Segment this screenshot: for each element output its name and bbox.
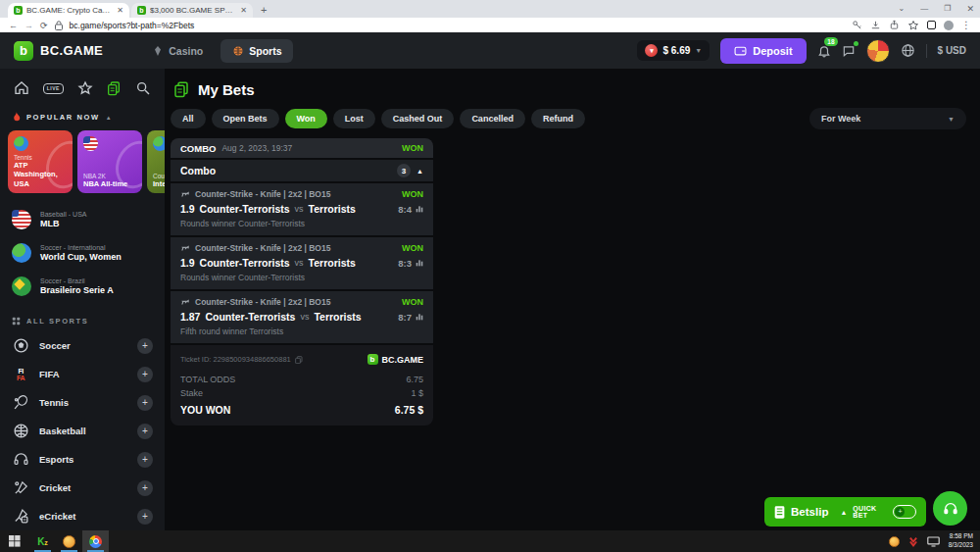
side-panel-icon[interactable] [927,21,936,29]
notifications-button[interactable]: 18 [817,44,831,58]
nav-casino[interactable]: Casino [140,39,215,63]
quick-bet-toggle[interactable]: + [893,505,916,519]
tray-red-arrow-icon[interactable] [908,536,918,547]
sidebar-item-basketball[interactable]: Basketball + [0,417,165,445]
filter-all[interactable]: All [171,109,206,128]
balance-selector[interactable]: ▾ $ 6.69 ▼ [637,40,710,61]
filter-won[interactable]: Won [285,109,327,128]
restore-button[interactable]: ❐ [944,4,951,13]
browser-menu-icon[interactable]: ⋮ [961,20,971,30]
currency-selector[interactable]: $ USD [938,45,966,56]
key-icon[interactable] [852,20,862,30]
minimize-button[interactable]: — [920,4,928,13]
expand-plus-icon[interactable]: + [137,395,153,411]
taskbar-app-chrome[interactable] [82,530,109,552]
tray-coin-icon[interactable] [889,536,900,547]
user-avatar[interactable] [866,39,890,63]
sidebar-item-soccer[interactable]: Soccer + [0,331,165,360]
my-bets-icon[interactable] [106,80,122,96]
expand-plus-icon[interactable]: + [137,338,153,354]
start-button[interactable] [0,530,29,552]
globe-icon[interactable] [901,43,915,58]
expand-plus-icon[interactable]: + [137,452,153,468]
sidebar: LIVE POPULAR NOW ▲ Tennis ATP Washington… [0,69,165,530]
forward-icon[interactable]: → [24,21,33,30]
bcgame-logo-icon[interactable]: b [14,41,33,61]
nav-sports[interactable]: Sports [220,39,293,63]
windows-icon [9,535,21,547]
leg-selection: 1.9 Counter-Terrorists vs Terrorists 8:3 [180,257,423,269]
url-text[interactable]: bc.game/sports?bt-path=%2Fbets [70,21,195,30]
betslip-bar[interactable]: Betslip ▲ QUICK BET + [764,497,926,527]
sidebar-item-esports[interactable]: Esports + [0,445,165,474]
support-button[interactable] [933,491,967,526]
bet-card-footer: Ticket ID: 2298500934886650881 b BC.GAME… [171,345,433,426]
filter-lost[interactable]: Lost [333,109,375,128]
taskbar-app-coin[interactable] [56,530,82,552]
chrome-icon [89,535,102,548]
deposit-button[interactable]: Deposit [720,38,806,64]
back-icon[interactable]: ← [9,21,18,30]
sidebar-item-ecricket[interactable]: eCricket + [0,502,165,530]
filter-refund[interactable]: Refund [531,109,585,128]
event-item-world-cup[interactable]: Soccer - International World Cup, Women [0,236,165,270]
browser-profile-avatar[interactable] [944,21,954,30]
diamond-icon [152,45,164,57]
wallet-icon [734,45,747,56]
expand-plus-icon[interactable]: + [137,480,153,496]
sport-label: Tennis [39,397,127,408]
home-icon[interactable] [14,80,29,96]
tab-close-icon[interactable]: ✕ [240,6,247,15]
promo-card-intel-masters[interactable]: Count Intel E Maste [147,130,165,193]
network-display-icon[interactable] [927,536,940,547]
sidebar-item-cricket[interactable]: Cricket + [0,474,165,502]
expand-plus-icon[interactable]: + [137,367,153,382]
live-icon[interactable]: LIVE [43,83,64,94]
event-item-brasileiro[interactable]: Soccer - Brazil Brasileiro Serie A [0,270,165,303]
browser-tab-1[interactable]: b BC.GAME: Crypto Casino Games ✕ [8,3,129,18]
bet-date: Aug 2, 2023, 19:37 [221,143,292,153]
chevron-up-icon[interactable]: ▲ [416,168,423,175]
expand-plus-icon[interactable]: + [137,509,153,525]
tab-close-icon[interactable]: ✕ [117,6,123,15]
combo-row[interactable]: Combo 3 ▲ [171,160,433,181]
favorites-star-icon[interactable] [77,80,93,96]
stats-icon[interactable] [416,259,423,267]
close-button[interactable]: ✕ [966,4,974,14]
brand-name[interactable]: BC.GAME [40,43,103,58]
new-tab-button[interactable]: + [261,4,267,16]
chat-button[interactable] [842,44,856,58]
flame-icon [12,112,21,123]
filter-open-bets[interactable]: Open Bets [212,109,279,128]
total-odds-label: TOTAL ODDS [180,375,235,384]
filter-cancelled[interactable]: Cancelled [460,109,525,128]
bet-status-badge: WON [402,143,423,153]
main-nav: Casino Sports [140,39,293,63]
expand-plus-icon[interactable]: + [137,424,153,439]
taskbar-clock[interactable]: 8:58 PM 8/3/2023 [949,532,973,550]
sidebar-item-fifa[interactable]: FIFA FIFA + [0,360,165,388]
tab-search-icon[interactable]: ⌄ [899,4,906,13]
stats-icon[interactable] [416,313,423,321]
stats-icon[interactable] [416,205,423,213]
taskbar-app-kz[interactable]: Kz [29,530,56,552]
promo-card-atp-washington[interactable]: Tennis ATP Washington, USA [8,130,73,193]
leg-status: WON [402,297,423,307]
leg-odds: 1.9 [180,257,195,269]
share-icon[interactable] [889,20,900,30]
promo-card-nba-all-time[interactable]: NBA 2K NBA All-time [77,130,142,193]
event-item-mlb[interactable]: Baseball - USA MLB [0,203,165,236]
copy-icon[interactable] [295,356,303,364]
counter-strike-icon [180,297,190,307]
search-icon[interactable] [135,80,151,96]
sidebar-item-tennis[interactable]: Tennis + [0,388,165,417]
betslip-label: Betslip [791,506,828,518]
browser-tab-2[interactable]: b $3,000 BC.GAME SPORTS PARLA ✕ [131,3,253,18]
bookmark-star-icon[interactable] [907,20,919,31]
reload-icon[interactable]: ⟳ [40,21,48,30]
chevron-up-icon[interactable]: ▲ [106,115,114,121]
period-select[interactable]: For Week ▼ [809,108,966,129]
filter-cashed-out[interactable]: Cashed Out [381,109,455,128]
install-icon[interactable] [870,20,881,30]
stake-label: Stake [180,388,203,398]
